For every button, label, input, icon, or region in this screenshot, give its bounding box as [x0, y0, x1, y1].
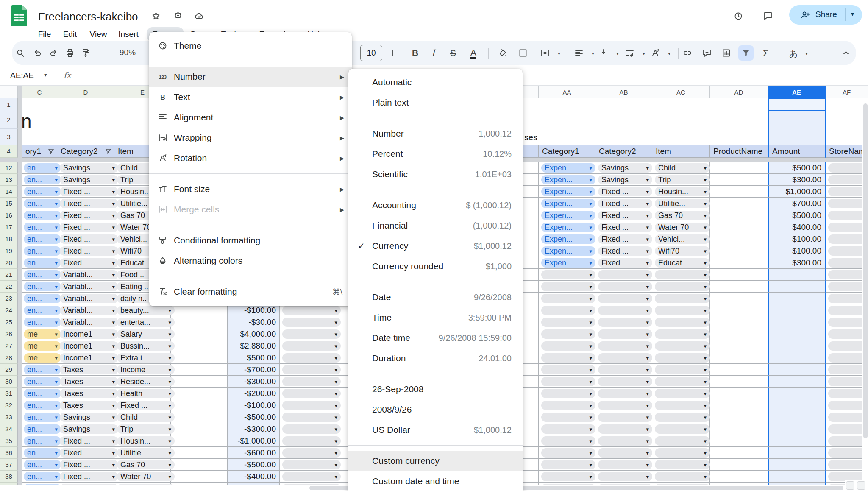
chip-dropdown-icon[interactable]: ▾	[52, 272, 58, 278]
chip-category1-right[interactable]: ▾	[541, 341, 595, 351]
chip-dropdown-icon[interactable]: ▾	[587, 189, 592, 195]
chip-dropdown-icon[interactable]: ▾	[701, 213, 707, 218]
cell-product-right[interactable]	[710, 435, 768, 447]
chip-category2-right[interactable]: Savings▾	[598, 163, 652, 173]
chip-dropdown-icon[interactable]: ▾	[643, 320, 649, 325]
cell-amount-left[interactable]: -$100.00	[228, 399, 280, 411]
chip-item[interactable]: Health▾	[117, 389, 175, 398]
chip-category1[interactable]: en...▾	[24, 436, 61, 446]
chip-category1[interactable]: en...▾	[24, 318, 61, 327]
chip-store-left[interactable]: ▾	[282, 341, 341, 351]
chip-dropdown-icon[interactable]: ▾	[109, 450, 115, 456]
chip-dropdown-icon[interactable]: ▾	[587, 213, 592, 218]
chip-dropdown-icon[interactable]: ▾	[587, 474, 592, 480]
row-header-22[interactable]: 22	[0, 281, 18, 293]
menu-item-font-size[interactable]: Font size▶	[149, 179, 352, 199]
chip-dropdown-icon[interactable]: ▾	[52, 213, 58, 218]
menu-item-number[interactable]: 123Number▶	[149, 67, 352, 87]
chip-dropdown-icon[interactable]: ▾	[52, 165, 58, 171]
sum-button[interactable]: Σ	[763, 48, 769, 59]
chip-dropdown-icon[interactable]: ▾	[332, 332, 337, 337]
chip-item-right[interactable]: ▾	[655, 413, 710, 422]
name-box[interactable]: AE:AE	[10, 71, 34, 80]
chip-dropdown-icon[interactable]: ▾	[587, 450, 592, 456]
chip-category2[interactable]: Fixed ...▾	[60, 472, 118, 481]
chip-dropdown-icon[interactable]: ▾	[52, 415, 58, 420]
chip-category1[interactable]: me▾	[24, 329, 61, 339]
chip-dropdown-icon[interactable]: ▾	[52, 379, 58, 385]
cell-product-right[interactable]	[710, 340, 768, 352]
chip-category2-right[interactable]: ▾	[598, 341, 652, 351]
chip-dropdown-icon[interactable]: ▾	[701, 296, 707, 301]
chip-dropdown-icon[interactable]: ▾	[643, 272, 649, 278]
chip-dropdown-icon[interactable]: ▾	[701, 332, 707, 337]
chip-category1[interactable]: en...▾	[24, 472, 61, 481]
chip-category1[interactable]: en...▾	[24, 187, 61, 196]
chip-store-left[interactable]: ▾	[282, 460, 341, 469]
paint-format-icon[interactable]	[78, 45, 94, 61]
row-header-34[interactable]: 34	[0, 423, 18, 435]
chip-dropdown-icon[interactable]: ▾	[109, 308, 115, 313]
cell-amount-right[interactable]	[768, 447, 826, 459]
chip-item-right[interactable]: ▾	[655, 401, 710, 410]
cell-amount-right[interactable]	[768, 471, 826, 483]
chip-dropdown-icon[interactable]: ▾	[109, 237, 115, 242]
cell-amount-left[interactable]: $4,000.00	[228, 328, 280, 340]
vertical-scroll-thumb[interactable]	[863, 103, 868, 438]
cell-product-right[interactable]	[710, 198, 768, 209]
chip-store-left[interactable]: ▾	[282, 413, 341, 422]
cell-product-right[interactable]	[710, 209, 768, 221]
chip-item-right[interactable]: ▾	[655, 365, 710, 374]
chip-dropdown-icon[interactable]: ▾	[643, 427, 649, 432]
cell-product-right[interactable]	[710, 233, 768, 245]
cell-amount-left[interactable]: -$100.00	[228, 304, 280, 316]
menu-item-currency-rounded[interactable]: Currency rounded$1,000	[348, 256, 523, 276]
chip-category2[interactable]: Fixed ...▾	[60, 436, 118, 446]
chip-category2-right[interactable]: ▾	[598, 377, 652, 386]
chip-dropdown-icon[interactable]: ▾	[332, 379, 337, 385]
cell-amount-left[interactable]: -$300.00	[228, 423, 280, 435]
chip-category1[interactable]: en...▾	[24, 163, 61, 173]
cell-amount-right[interactable]: $500.00	[768, 209, 826, 221]
row-header-16[interactable]: 16	[0, 209, 18, 221]
chip-dropdown-icon[interactable]: ▾	[643, 225, 649, 230]
chip-category1-right[interactable]: ▾	[541, 413, 595, 422]
chip-dropdown-icon[interactable]: ▾	[643, 248, 649, 254]
chip-category1-right[interactable]: Expen...▾	[541, 175, 595, 184]
chip-dropdown-icon[interactable]: ▾	[109, 474, 115, 480]
chip-category2-right[interactable]: Fixed ...▾	[598, 258, 652, 268]
chip-dropdown-icon[interactable]: ▾	[332, 427, 337, 432]
chip-dropdown-icon[interactable]: ▾	[587, 379, 592, 385]
chip-store-left[interactable]: ▾	[282, 436, 341, 446]
chip-dropdown-icon[interactable]: ▾	[643, 343, 649, 349]
chip-dropdown-icon[interactable]: ▾	[701, 355, 707, 361]
cell-sliver-right[interactable]	[523, 198, 539, 209]
scroll-right-button[interactable]	[857, 481, 865, 490]
column-header-AA[interactable]: AA	[539, 86, 595, 98]
chip-category2-right[interactable]: ▾	[598, 353, 652, 363]
chip-category2-right[interactable]: ▾	[598, 282, 652, 291]
cell-product-right[interactable]	[710, 328, 768, 340]
cell-sliver-right[interactable]	[523, 209, 539, 221]
chip-dropdown-icon[interactable]: ▾	[643, 296, 649, 301]
chip-dropdown-icon[interactable]: ▾	[332, 343, 337, 349]
cell-amount-right[interactable]	[768, 328, 826, 340]
chip-category2-right[interactable]: Fixed ...▾	[598, 234, 652, 244]
chip-dropdown-icon[interactable]: ▾	[52, 438, 58, 444]
chip-dropdown-icon[interactable]: ▾	[52, 296, 58, 301]
row-header-26[interactable]: 26	[0, 328, 18, 340]
chip-dropdown-icon[interactable]: ▾	[52, 189, 58, 195]
chip-item-right[interactable]: ▾	[655, 436, 710, 446]
cell-product-left[interactable]	[171, 459, 228, 471]
column-header-AB[interactable]: AB	[595, 86, 652, 98]
chip-category1-right[interactable]: ▾	[541, 329, 595, 339]
cell-product-right[interactable]	[710, 364, 768, 376]
cell-amount-right[interactable]	[768, 435, 826, 447]
link-icon[interactable]	[680, 45, 695, 61]
chip-dropdown-icon[interactable]: ▾	[587, 367, 592, 373]
chip-dropdown-icon[interactable]: ▾	[643, 367, 649, 373]
text-color-button[interactable]: A	[470, 48, 476, 59]
chip-dropdown-icon[interactable]: ▾	[701, 343, 707, 349]
chip-dropdown-icon[interactable]: ▾	[166, 450, 171, 456]
chip-category1-right[interactable]: Expen...▾	[541, 246, 595, 256]
